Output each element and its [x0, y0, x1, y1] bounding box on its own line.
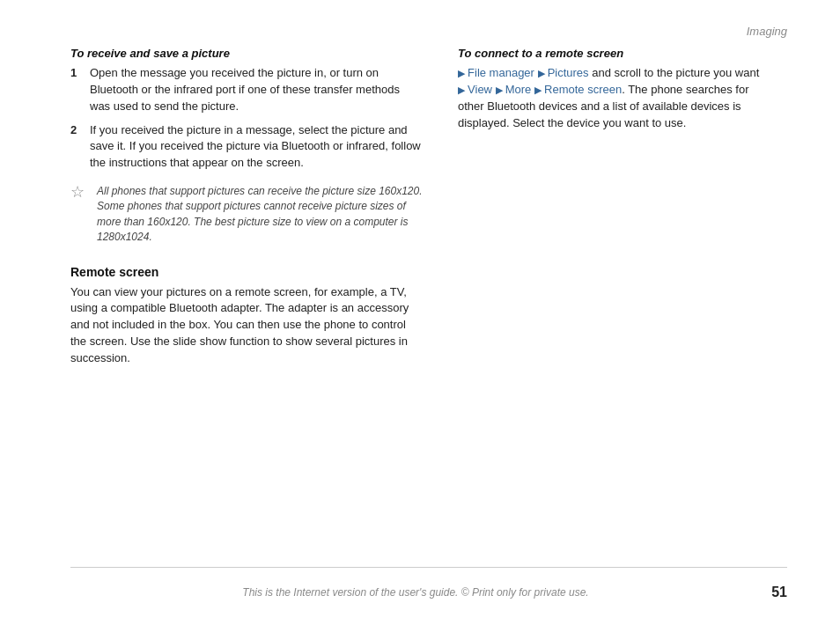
- receive-section: To receive and save a picture 1 Open the…: [70, 47, 423, 246]
- step-text-2: If you received the picture in a message…: [90, 122, 423, 173]
- steps-list: 1 Open the message you received the pict…: [70, 65, 423, 172]
- nav-arrow-4: ▶: [496, 85, 505, 95]
- main-content: To receive and save a picture 1 Open the…: [0, 47, 840, 367]
- nav-view: View: [468, 83, 492, 96]
- tip-icon: ☆: [70, 182, 90, 202]
- step-number-2: 2: [70, 122, 83, 173]
- nav-arrow-5: ▶: [534, 85, 544, 95]
- remote-section: Remote screen You can view your pictures…: [70, 265, 423, 367]
- nav-text-1: and scroll to the picture you want: [589, 66, 760, 79]
- step-number-1: 1: [70, 65, 83, 115]
- remote-text: You can view your pictures on a remote s…: [70, 284, 423, 367]
- tip-text: All phones that support pictures can rec…: [97, 184, 423, 246]
- nav-remote-screen: Remote screen: [544, 83, 622, 96]
- right-column: To connect to a remote screen ▶ File man…: [458, 47, 766, 367]
- nav-arrow-1: ▶: [458, 68, 468, 78]
- step-text-1: Open the message you received the pictur…: [90, 65, 423, 115]
- page: Imaging To receive and save a picture 1 …: [0, 0, 840, 625]
- nav-file-manager: File manager: [468, 66, 534, 79]
- step-1: 1 Open the message you received the pict…: [70, 65, 423, 115]
- connect-paragraph: ▶ File manager ▶ Pictures and scroll to …: [458, 65, 766, 131]
- connect-section: To connect to a remote screen ▶ File man…: [458, 47, 766, 131]
- nav-arrow-2: ▶: [538, 68, 548, 78]
- page-footer: This is the Internet version of the user…: [0, 585, 840, 600]
- page-number: 51: [761, 585, 787, 600]
- footer-notice: This is the Internet version of the user…: [70, 586, 761, 599]
- step-2: 2 If you received the picture in a messa…: [70, 122, 423, 173]
- page-header: Imaging: [0, 0, 840, 47]
- nav-arrow-3: ▶: [458, 85, 468, 95]
- nav-pictures: Pictures: [548, 66, 589, 79]
- connect-heading: To connect to a remote screen: [458, 47, 766, 60]
- receive-heading: To receive and save a picture: [70, 47, 423, 60]
- nav-more: More: [505, 83, 532, 96]
- chapter-title: Imaging: [747, 25, 787, 38]
- footer-divider: [70, 567, 787, 568]
- remote-heading: Remote screen: [70, 265, 423, 279]
- left-column: To receive and save a picture 1 Open the…: [70, 47, 423, 367]
- tip-block: ☆ All phones that support pictures can r…: [70, 184, 423, 246]
